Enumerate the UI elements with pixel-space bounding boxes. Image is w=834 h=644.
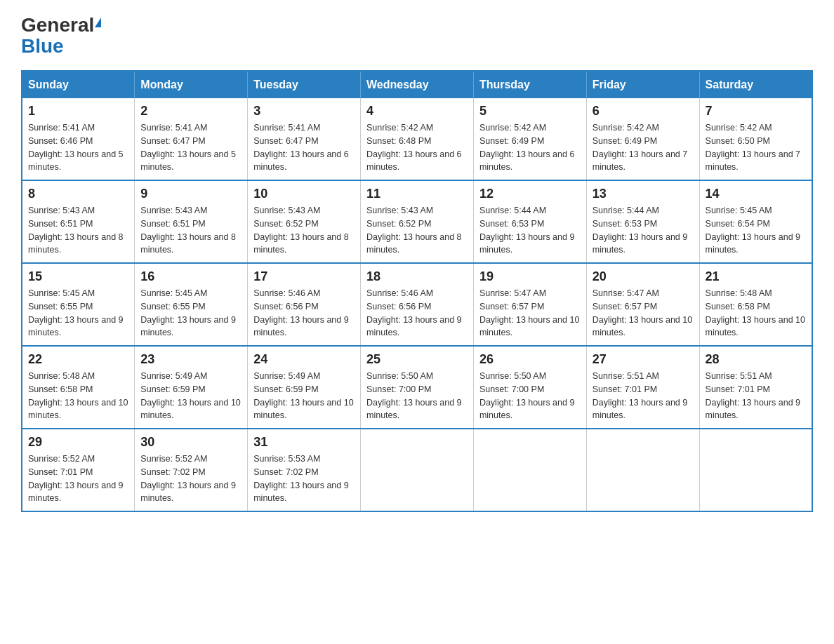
day-info: Sunrise: 5:47 AM Sunset: 6:57 PM Dayligh…	[593, 287, 694, 340]
day-number: 29	[28, 435, 128, 450]
day-number: 16	[140, 269, 241, 284]
day-number: 28	[706, 352, 806, 367]
day-number: 5	[479, 104, 581, 119]
day-number: 20	[593, 269, 694, 284]
logo-general: General	[21, 14, 94, 36]
day-info: Sunrise: 5:41 AM Sunset: 6:47 PM Dayligh…	[140, 121, 241, 174]
day-number: 11	[366, 187, 468, 201]
day-info: Sunrise: 5:43 AM Sunset: 6:51 PM Dayligh…	[28, 204, 128, 257]
day-cell: 12 Sunrise: 5:44 AM Sunset: 6:53 PM Dayl…	[473, 180, 586, 263]
day-cell: 17 Sunrise: 5:46 AM Sunset: 6:56 PM Dayl…	[248, 263, 361, 346]
day-cell: 30 Sunrise: 5:52 AM Sunset: 7:02 PM Dayl…	[135, 429, 248, 511]
day-number: 7	[706, 104, 806, 119]
day-info: Sunrise: 5:49 AM Sunset: 6:59 PM Dayligh…	[140, 370, 241, 422]
day-cell: 26 Sunrise: 5:50 AM Sunset: 7:00 PM Dayl…	[473, 346, 586, 429]
day-number: 22	[28, 352, 128, 367]
day-info: Sunrise: 5:43 AM Sunset: 6:52 PM Dayligh…	[253, 204, 355, 257]
col-header-sunday: Sunday	[22, 71, 135, 98]
day-info: Sunrise: 5:48 AM Sunset: 6:58 PM Dayligh…	[706, 287, 806, 340]
day-info: Sunrise: 5:42 AM Sunset: 6:50 PM Dayligh…	[706, 121, 806, 174]
day-info: Sunrise: 5:45 AM Sunset: 6:55 PM Dayligh…	[28, 287, 128, 340]
day-info: Sunrise: 5:46 AM Sunset: 6:56 PM Dayligh…	[366, 287, 468, 340]
day-cell: 11 Sunrise: 5:43 AM Sunset: 6:52 PM Dayl…	[361, 180, 474, 263]
day-cell: 19 Sunrise: 5:47 AM Sunset: 6:57 PM Dayl…	[473, 263, 586, 346]
day-cell: 31 Sunrise: 5:53 AM Sunset: 7:02 PM Dayl…	[248, 429, 361, 511]
day-cell: 13 Sunrise: 5:44 AM Sunset: 6:53 PM Dayl…	[586, 180, 699, 263]
day-cell: 1 Sunrise: 5:41 AM Sunset: 6:46 PM Dayli…	[22, 98, 135, 180]
day-cell: 28 Sunrise: 5:51 AM Sunset: 7:01 PM Dayl…	[699, 346, 812, 429]
col-header-thursday: Thursday	[473, 71, 586, 98]
day-number: 12	[479, 187, 581, 201]
day-info: Sunrise: 5:41 AM Sunset: 6:47 PM Dayligh…	[253, 121, 355, 174]
day-info: Sunrise: 5:46 AM Sunset: 6:56 PM Dayligh…	[253, 287, 355, 340]
day-info: Sunrise: 5:49 AM Sunset: 6:59 PM Dayligh…	[253, 370, 355, 422]
week-row-2: 8 Sunrise: 5:43 AM Sunset: 6:51 PM Dayli…	[22, 180, 812, 263]
day-number: 14	[706, 187, 806, 201]
col-header-monday: Monday	[135, 71, 248, 98]
day-info: Sunrise: 5:42 AM Sunset: 6:49 PM Dayligh…	[479, 121, 581, 174]
day-number: 1	[28, 104, 128, 119]
calendar-table: SundayMondayTuesdayWednesdayThursdayFrid…	[21, 70, 813, 512]
day-cell: 7 Sunrise: 5:42 AM Sunset: 6:50 PM Dayli…	[699, 98, 812, 180]
day-number: 19	[479, 269, 581, 284]
day-number: 17	[253, 269, 355, 284]
day-cell: 14 Sunrise: 5:45 AM Sunset: 6:54 PM Dayl…	[699, 180, 812, 263]
day-number: 8	[28, 187, 128, 201]
day-cell: 2 Sunrise: 5:41 AM Sunset: 6:47 PM Dayli…	[135, 98, 248, 180]
day-cell: 23 Sunrise: 5:49 AM Sunset: 6:59 PM Dayl…	[135, 346, 248, 429]
day-info: Sunrise: 5:43 AM Sunset: 6:52 PM Dayligh…	[366, 204, 468, 257]
day-number: 6	[593, 104, 694, 119]
col-header-saturday: Saturday	[699, 71, 812, 98]
day-info: Sunrise: 5:53 AM Sunset: 7:02 PM Dayligh…	[253, 452, 355, 505]
day-info: Sunrise: 5:44 AM Sunset: 6:53 PM Dayligh…	[479, 204, 581, 257]
day-number: 26	[479, 352, 581, 367]
day-info: Sunrise: 5:41 AM Sunset: 6:46 PM Dayligh…	[28, 121, 128, 174]
col-header-tuesday: Tuesday	[248, 71, 361, 98]
day-cell: 27 Sunrise: 5:51 AM Sunset: 7:01 PM Dayl…	[586, 346, 699, 429]
day-cell: 18 Sunrise: 5:46 AM Sunset: 6:56 PM Dayl…	[361, 263, 474, 346]
day-cell	[586, 429, 699, 511]
day-info: Sunrise: 5:42 AM Sunset: 6:49 PM Dayligh…	[593, 121, 694, 174]
day-info: Sunrise: 5:45 AM Sunset: 6:55 PM Dayligh…	[140, 287, 241, 340]
day-cell: 3 Sunrise: 5:41 AM Sunset: 6:47 PM Dayli…	[248, 98, 361, 180]
day-info: Sunrise: 5:50 AM Sunset: 7:00 PM Dayligh…	[366, 370, 468, 422]
day-number: 27	[593, 352, 694, 367]
day-info: Sunrise: 5:45 AM Sunset: 6:54 PM Dayligh…	[706, 204, 806, 257]
day-number: 15	[28, 269, 128, 284]
day-cell: 6 Sunrise: 5:42 AM Sunset: 6:49 PM Dayli…	[586, 98, 699, 180]
day-info: Sunrise: 5:48 AM Sunset: 6:58 PM Dayligh…	[28, 370, 128, 422]
day-cell: 9 Sunrise: 5:43 AM Sunset: 6:51 PM Dayli…	[135, 180, 248, 263]
day-cell: 29 Sunrise: 5:52 AM Sunset: 7:01 PM Dayl…	[22, 429, 135, 511]
day-number: 3	[253, 104, 355, 119]
day-info: Sunrise: 5:47 AM Sunset: 6:57 PM Dayligh…	[479, 287, 581, 340]
day-number: 10	[253, 187, 355, 201]
day-cell	[473, 429, 586, 511]
logo: General Blue	[21, 14, 101, 56]
day-cell	[699, 429, 812, 511]
day-number: 4	[366, 104, 468, 119]
day-info: Sunrise: 5:52 AM Sunset: 7:02 PM Dayligh…	[140, 452, 241, 505]
day-number: 23	[140, 352, 241, 367]
day-number: 30	[140, 435, 241, 450]
logo-blue: Blue	[21, 36, 64, 56]
day-number: 25	[366, 352, 468, 367]
day-info: Sunrise: 5:51 AM Sunset: 7:01 PM Dayligh…	[593, 370, 694, 422]
day-cell: 15 Sunrise: 5:45 AM Sunset: 6:55 PM Dayl…	[22, 263, 135, 346]
day-info: Sunrise: 5:52 AM Sunset: 7:01 PM Dayligh…	[28, 452, 128, 505]
week-row-4: 22 Sunrise: 5:48 AM Sunset: 6:58 PM Dayl…	[22, 346, 812, 429]
calendar-header-row: SundayMondayTuesdayWednesdayThursdayFrid…	[22, 71, 812, 98]
day-info: Sunrise: 5:42 AM Sunset: 6:48 PM Dayligh…	[366, 121, 468, 174]
week-row-5: 29 Sunrise: 5:52 AM Sunset: 7:01 PM Dayl…	[22, 429, 812, 511]
day-cell: 24 Sunrise: 5:49 AM Sunset: 6:59 PM Dayl…	[248, 346, 361, 429]
page-header: General Blue	[21, 14, 813, 56]
col-header-friday: Friday	[586, 71, 699, 98]
week-row-1: 1 Sunrise: 5:41 AM Sunset: 6:46 PM Dayli…	[22, 98, 812, 180]
day-cell: 4 Sunrise: 5:42 AM Sunset: 6:48 PM Dayli…	[361, 98, 474, 180]
day-cell: 25 Sunrise: 5:50 AM Sunset: 7:00 PM Dayl…	[361, 346, 474, 429]
day-number: 31	[253, 435, 355, 450]
day-cell: 21 Sunrise: 5:48 AM Sunset: 6:58 PM Dayl…	[699, 263, 812, 346]
day-cell: 10 Sunrise: 5:43 AM Sunset: 6:52 PM Dayl…	[248, 180, 361, 263]
day-info: Sunrise: 5:44 AM Sunset: 6:53 PM Dayligh…	[593, 204, 694, 257]
day-cell: 22 Sunrise: 5:48 AM Sunset: 6:58 PM Dayl…	[22, 346, 135, 429]
day-number: 9	[140, 187, 241, 201]
